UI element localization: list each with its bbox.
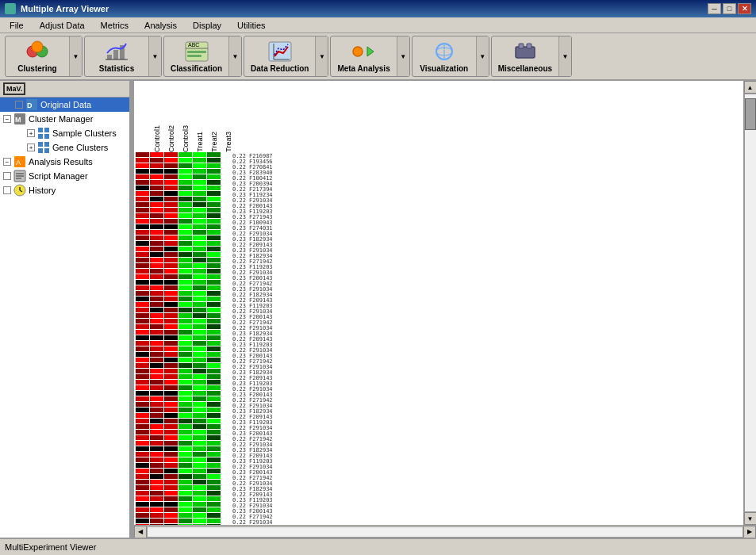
heatmap-cell [178,496,192,501]
col-header-Control3: Control3 [178,125,193,152]
heatmap-cell [193,152,206,157]
data-reduction-dropdown[interactable]: ▼ [315,36,328,76]
statistics-dropdown[interactable]: ▼ [148,36,161,76]
heatmap-cell [150,474,163,479]
heatmap-cell [207,408,221,412]
close-button[interactable]: ✕ [738,3,751,14]
heatmap-cell [164,413,178,418]
heatmap-cell [164,346,178,351]
heatmap-cell [150,457,163,462]
heatmap-cell [193,197,206,201]
horizontal-scrollbar[interactable]: ◀ ▶ [134,525,756,538]
heatmap-cell [193,385,206,390]
heatmap-cell [178,502,192,507]
heatmap-cell [193,263,206,268]
heatmap-cell [136,519,149,523]
heatmap-cell [136,369,149,373]
tree-expand-gene-clusters[interactable]: + [27,144,35,151]
heatmap-data-area[interactable]: 0.22 F2169870.22 F1934560.22 F2708410.23… [134,152,743,525]
menu-item-adjust-data[interactable]: Adjust Data [33,19,91,32]
tree-item-analysis-results[interactable]: −AAnalysis Results [0,155,129,169]
heatmap-cell [164,430,178,434]
classification-dropdown[interactable]: ▼ [228,36,241,76]
heatmap-cell [150,285,163,290]
heatmap-cell [136,235,149,240]
minimize-button[interactable]: ─ [708,3,721,14]
heatmap-cell [136,341,149,346]
toolbar-button-meta-analysis[interactable]: Meta Analysis [331,36,396,76]
tree-expand-sample-clusters[interactable]: + [27,129,35,137]
vscroll-up-button[interactable]: ▲ [744,81,757,94]
toolbar-button-data-reduction[interactable]: Data Reduction [244,36,315,76]
heatmap-cell [193,213,206,218]
heatmap-cell [207,152,221,157]
toolbar-button-miscellaneous[interactable]: Miscellaneous [492,36,558,76]
toolbar-button-statistics[interactable]: Statistics [85,36,148,76]
heatmap-cell [178,213,192,218]
heatmap-cell [207,285,221,290]
heatmap-cell [136,474,149,479]
heatmap-cell [164,202,178,207]
vertical-scrollbar[interactable]: ▲ ▼ [743,81,756,525]
visualization-dropdown[interactable]: ▼ [476,36,489,76]
menu-item-display[interactable]: Display [186,19,228,32]
tree-item-sample-clusters[interactable]: +Sample Clusters [0,126,129,140]
vscroll-thumb[interactable] [745,98,756,130]
hscroll-left-button[interactable]: ◀ [134,526,147,538]
heatmap-cell [178,524,192,525]
heatmap-cell [178,446,192,451]
heatmap-cell [150,302,163,307]
heatmap-svg [134,152,224,525]
toolbar-button-classification[interactable]: ABCClassification [164,36,228,76]
tree-item-history[interactable]: History [0,183,129,197]
heatmap-cell [150,230,163,235]
heatmap-cell [207,291,221,296]
toolbar-button-clustering[interactable]: Clustering [6,36,69,76]
heatmap-cell [178,408,192,412]
menu-item-file[interactable]: File [3,19,30,32]
heatmap-container: Control1Control2Control3Treat1Treat2Trea… [134,81,743,525]
hscroll-right-button[interactable]: ▶ [743,526,756,538]
heatmap-cell [150,208,163,212]
heatmap-cell [164,213,178,218]
heatmap-cell [193,380,206,385]
heatmap-cell [178,308,192,312]
menu-item-analysis[interactable]: Analysis [138,19,183,32]
vscroll-track[interactable] [744,94,757,512]
classification-icon: ABC [184,40,209,63]
toolbar-button-visualization[interactable]: Visualization [413,36,476,76]
heatmap-cell [178,452,192,457]
tree-item-script-manager[interactable]: Script Manager [0,169,129,183]
heatmap-cell [193,524,206,525]
heatmap-cell [178,313,192,318]
heatmap-cell [136,435,149,440]
menu-item-utilities[interactable]: Utilities [231,19,271,32]
clustering-dropdown[interactable]: ▼ [69,36,82,76]
svg-point-2 [32,41,43,52]
heatmap-cell [207,380,221,385]
hscroll-track[interactable] [147,526,743,538]
heatmap-cell [164,285,178,290]
tree-expand-analysis-results[interactable]: − [3,158,11,166]
vscroll-down-button[interactable]: ▼ [744,512,757,525]
heatmap-cell [193,235,206,240]
heatmap-cell [150,335,163,340]
heatmap-cell [193,230,206,235]
tree-item-cluster-manager[interactable]: −MCluster Manager [0,112,129,126]
heatmap-cell [164,369,178,373]
menu-item-metrics[interactable]: Metrics [94,19,135,32]
heatmap-cell [164,224,178,229]
maximize-button[interactable]: □ [723,3,736,14]
analysis-results-icon: A [13,155,26,168]
tree-expand-cluster-manager[interactable]: − [3,115,11,123]
meta-analysis-dropdown[interactable]: ▼ [397,36,409,76]
tree-container: DOriginal Data−MCluster Manager+Sample C… [0,98,129,197]
heatmap-cell [178,435,192,440]
heatmap-cell [136,358,149,362]
heatmap-cell [207,247,221,251]
heatmap-cell [178,202,192,207]
tree-item-gene-clusters[interactable]: +Gene Clusters [0,140,129,155]
heatmap-cell [178,358,192,362]
tree-item-original-data[interactable]: DOriginal Data [0,98,129,112]
miscellaneous-dropdown[interactable]: ▼ [558,36,571,76]
